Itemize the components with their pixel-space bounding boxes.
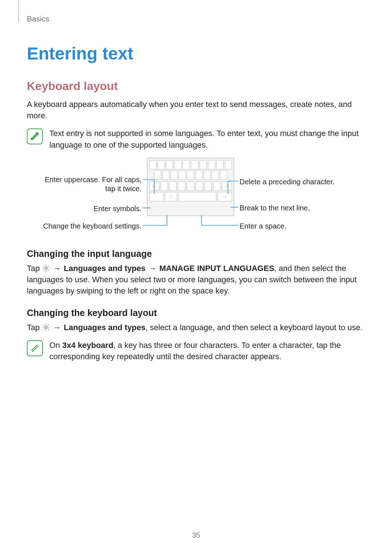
note-icon <box>27 340 43 356</box>
enter-key <box>217 192 232 201</box>
changing-input-language-body: Tap → Languages and types → MANAGE INPUT… <box>27 263 365 297</box>
page-number: 35 <box>0 531 392 539</box>
key-generic <box>169 181 177 191</box>
note-icon <box>27 128 43 144</box>
key-generic <box>208 160 215 169</box>
changing-input-language-heading: Changing the input language <box>27 249 365 259</box>
backspace-key <box>222 181 232 191</box>
header-rule <box>18 0 19 22</box>
key-generic <box>216 160 224 169</box>
key-generic <box>212 171 219 180</box>
space-key <box>178 192 216 201</box>
changing-keyboard-layout-heading: Changing the keyboard layout <box>27 308 365 318</box>
key-generic <box>179 171 186 180</box>
languages-and-types-bold: Languages and types <box>64 323 146 332</box>
key-generic <box>187 171 194 180</box>
key-generic <box>178 181 185 191</box>
key-generic <box>171 171 178 180</box>
key-generic <box>225 160 232 169</box>
changing-keyboard-layout-rest: , select a language, and then select a k… <box>146 323 363 332</box>
key-generic <box>154 171 161 180</box>
key-generic <box>174 160 181 169</box>
settings-key <box>165 192 177 201</box>
callout-delete: Delete a preceding character. <box>240 177 348 186</box>
svg-point-1 <box>45 267 47 269</box>
languages-and-types-bold: Languages and types <box>64 264 146 273</box>
gear-icon <box>42 264 50 272</box>
text-tap: Tap <box>27 264 42 273</box>
key-generic <box>200 160 207 169</box>
callout-newline: Break to the next line. <box>240 204 348 213</box>
keyboard-frame <box>147 158 234 216</box>
key-generic <box>160 181 168 191</box>
changing-keyboard-layout-body: Tap → Languages and types, select a lang… <box>27 322 365 333</box>
key-generic <box>220 171 227 180</box>
key-generic <box>191 160 198 169</box>
note-3x4-keyboard: On 3x4 keyboard, a key has three or four… <box>27 340 365 362</box>
callout-settings: Change the keyboard settings. <box>42 222 142 231</box>
note-bold-3x4: 3x4 keyboard <box>62 341 113 350</box>
key-generic <box>187 181 194 191</box>
callout-symbols: Enter symbols. <box>42 204 142 213</box>
note-text: Text entry is not supported in some lang… <box>49 128 365 150</box>
manage-input-languages-bold: MANAGE INPUT LANGUAGES <box>159 264 274 273</box>
note-pre: On <box>49 341 62 350</box>
section-label: Basics <box>27 13 365 23</box>
key-generic <box>166 160 173 169</box>
gear-icon <box>42 323 50 331</box>
key-generic <box>204 171 211 180</box>
key-generic <box>183 160 190 169</box>
svg-point-0 <box>171 196 172 197</box>
page-title: Entering text <box>27 44 365 63</box>
symbols-key <box>149 192 164 201</box>
keyboard-layout-intro: A keyboard appears automatically when yo… <box>27 99 365 121</box>
keyboard-diagram: Enter uppercase. For all caps, tap it tw… <box>42 158 350 238</box>
svg-point-2 <box>45 326 47 328</box>
key-generic <box>162 171 170 180</box>
key-generic <box>196 181 203 191</box>
note-language-support: Text entry is not supported in some lang… <box>27 128 365 150</box>
key-generic <box>204 181 212 191</box>
callout-uppercase: Enter uppercase. For all caps, tap it tw… <box>42 175 142 193</box>
key-generic <box>158 160 165 169</box>
shift-key <box>149 181 159 191</box>
key-generic <box>213 181 221 191</box>
note-text: On 3x4 keyboard, a key has three or four… <box>49 340 365 362</box>
callout-space: Enter a space. <box>240 222 348 231</box>
text-tap: Tap <box>27 323 42 332</box>
arrow-text: → <box>50 264 64 273</box>
arrow-text: → <box>50 323 64 332</box>
arrow-text: → <box>146 264 159 273</box>
key-generic <box>195 171 203 180</box>
key-generic <box>149 160 156 169</box>
keyboard-layout-heading: Keyboard layout <box>27 79 365 93</box>
